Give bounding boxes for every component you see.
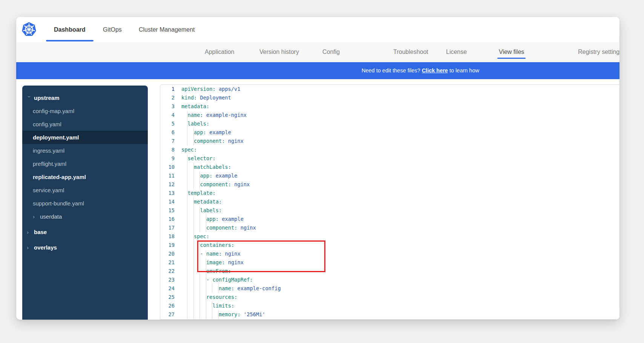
code-line[interactable]: 13template: bbox=[160, 189, 619, 198]
app-nav-tab-registry-settings[interactable]: Registry settings bbox=[578, 49, 619, 55]
code-line[interactable]: 26limits: bbox=[160, 302, 619, 310]
app-window: DashboardGitOpsCluster Management Applic… bbox=[16, 17, 619, 320]
yaml-key-token: selector: bbox=[188, 154, 216, 163]
yaml-value-token: example-config bbox=[234, 284, 281, 293]
app-nav-tab-version-history[interactable]: Version history bbox=[259, 49, 299, 55]
sidebar-item-label: deployment.yaml bbox=[33, 134, 79, 141]
code-line[interactable]: 14metadata: bbox=[160, 198, 619, 206]
sidebar-item-config-yaml[interactable]: config.yaml bbox=[22, 118, 148, 131]
app-nav-tab-application[interactable]: Application bbox=[205, 49, 234, 55]
line-number: 10 bbox=[160, 163, 175, 172]
yaml-key-token: memory: bbox=[219, 310, 241, 319]
code-line[interactable]: 1apiVersion: apps/v1 bbox=[160, 85, 619, 93]
banner-prefix: Need to edit these files? bbox=[362, 67, 422, 74]
sidebar-item-replicated-app-yaml[interactable]: replicated-app.yaml bbox=[22, 170, 148, 184]
indent-guides bbox=[181, 198, 194, 206]
yaml-key-token: component: bbox=[206, 224, 237, 232]
sidebar-item-config-map-yaml[interactable]: config-map.yaml bbox=[22, 104, 148, 118]
yaml-dash-token: - bbox=[200, 250, 206, 258]
code-line[interactable]: 10matchLabels: bbox=[160, 163, 619, 172]
code-line[interactable]: 12component: nginx bbox=[160, 180, 619, 189]
app-nav-tab-config[interactable]: Config bbox=[322, 49, 340, 55]
app-nav-tab-view-files[interactable]: View files bbox=[499, 49, 524, 55]
code-line[interactable]: 21image: nginx bbox=[160, 258, 619, 267]
yaml-key-token: image: bbox=[206, 258, 225, 267]
top-nav-tab-dashboard[interactable]: Dashboard bbox=[54, 26, 86, 33]
sidebar-item-label: config.yaml bbox=[33, 121, 61, 127]
code-line[interactable]: 8spec: bbox=[160, 145, 619, 154]
code-line[interactable]: 18spec: bbox=[160, 232, 619, 241]
yaml-value-token: nginx bbox=[231, 180, 250, 189]
line-number: 23 bbox=[160, 276, 175, 284]
content-area: ›upstreamconfig-map.yamlconfig.yamldeplo… bbox=[16, 79, 619, 320]
yaml-editor[interactable]: 1apiVersion: apps/v12kind: Deployment3me… bbox=[160, 84, 619, 320]
yaml-value-token: nginx bbox=[225, 137, 243, 145]
line-number: 21 bbox=[160, 258, 175, 267]
indent-guides bbox=[181, 215, 206, 224]
yaml-value-token: apps/v1 bbox=[216, 85, 241, 93]
line-number: 25 bbox=[160, 293, 175, 302]
sidebar-item-deployment-yaml[interactable]: deployment.yaml bbox=[22, 131, 148, 144]
code-line[interactable]: 2kind: Deployment bbox=[160, 93, 619, 102]
line-number: 4 bbox=[160, 111, 175, 119]
line-number: 9 bbox=[160, 154, 175, 163]
yaml-value-token: example-nginx bbox=[203, 111, 247, 119]
yaml-key-token: containers: bbox=[200, 241, 235, 250]
code-line[interactable]: 25resources: bbox=[160, 293, 619, 302]
indent-guides bbox=[181, 128, 194, 137]
sidebar-item-ingress-yaml[interactable]: ingress.yaml bbox=[22, 144, 148, 157]
line-number: 3 bbox=[160, 102, 175, 111]
code-line[interactable]: 11app: example bbox=[160, 172, 619, 180]
line-number: 19 bbox=[160, 241, 175, 250]
code-line[interactable]: 15labels: bbox=[160, 206, 619, 215]
sidebar-item-userdata[interactable]: ›userdata bbox=[22, 210, 148, 223]
code-line[interactable]: 20- name: nginx bbox=[160, 250, 619, 258]
line-number: 7 bbox=[160, 137, 175, 145]
banner-suffix: to learn how bbox=[448, 67, 479, 74]
indent-guides bbox=[181, 119, 188, 128]
line-number: 15 bbox=[160, 206, 175, 215]
app-nav-tab-troubleshoot[interactable]: Troubleshoot bbox=[393, 49, 428, 55]
sidebar-item-base[interactable]: ›base bbox=[22, 225, 148, 239]
yaml-key-token: labels: bbox=[200, 206, 222, 215]
yaml-key-token: app: bbox=[206, 215, 219, 224]
yaml-value-token: example bbox=[219, 215, 244, 224]
file-tree-sidebar: ›upstreamconfig-map.yamlconfig.yamldeplo… bbox=[22, 86, 148, 320]
banner-click-here-link[interactable]: Click here bbox=[422, 67, 448, 74]
sidebar-item-service-yaml[interactable]: service.yaml bbox=[22, 184, 148, 197]
sidebar-item-label: service.yaml bbox=[33, 187, 64, 193]
line-number: 12 bbox=[160, 180, 175, 189]
code-line[interactable]: 7component: nginx bbox=[160, 137, 619, 145]
code-line[interactable]: 17component: nginx bbox=[160, 224, 619, 232]
line-number: 24 bbox=[160, 284, 175, 293]
top-nav-tab-gitops[interactable]: GitOps bbox=[103, 26, 122, 33]
code-line[interactable]: 6app: example bbox=[160, 128, 619, 137]
indent-guides bbox=[181, 224, 206, 232]
indent-guides bbox=[181, 111, 188, 119]
top-nav-tab-cluster-management[interactable]: Cluster Management bbox=[139, 26, 195, 33]
code-line[interactable]: 16app: example bbox=[160, 215, 619, 224]
sidebar-item-overlays[interactable]: ›overlays bbox=[22, 241, 148, 254]
line-number: 6 bbox=[160, 128, 175, 137]
code-line[interactable]: 5labels: bbox=[160, 119, 619, 128]
indent-guides bbox=[181, 180, 200, 189]
code-line[interactable]: 22envFrom: bbox=[160, 267, 619, 276]
yaml-value-token: '256Mi' bbox=[241, 310, 265, 319]
code-line[interactable]: 27memory: '256Mi' bbox=[160, 310, 619, 319]
yaml-key-token: component: bbox=[200, 180, 231, 189]
code-line[interactable]: 19containers: bbox=[160, 241, 619, 250]
indent-guides bbox=[181, 154, 188, 163]
yaml-key-token: component: bbox=[194, 137, 225, 145]
sidebar-item-preflight-yaml[interactable]: preflight.yaml bbox=[22, 157, 148, 170]
sidebar-item-upstream[interactable]: ›upstream bbox=[22, 91, 148, 104]
code-line[interactable]: 23- configMapRef: bbox=[160, 276, 619, 284]
yaml-key-token: envFrom: bbox=[206, 267, 231, 276]
code-line[interactable]: 9selector: bbox=[160, 154, 619, 163]
sidebar-item-label: base bbox=[34, 229, 47, 235]
sidebar-item-support-bundle-yaml[interactable]: support-bundle.yaml bbox=[22, 197, 148, 210]
app-nav-tab-license[interactable]: License bbox=[446, 49, 467, 55]
code-line[interactable]: 4name: example-nginx bbox=[160, 111, 619, 119]
code-line[interactable]: 3metadata: bbox=[160, 102, 619, 111]
code-line[interactable]: 24name: example-config bbox=[160, 284, 619, 293]
yaml-key-token: kind: bbox=[181, 93, 197, 102]
